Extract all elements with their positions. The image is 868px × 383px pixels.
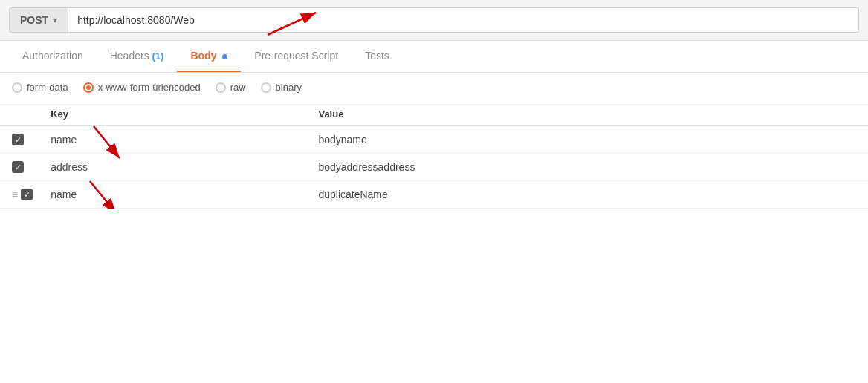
tab-headers[interactable]: Headers (1)	[97, 41, 178, 72]
headers-badge: (1)	[152, 50, 164, 62]
table-header-row: Key Value	[0, 102, 868, 126]
chevron-down-icon: ▾	[53, 16, 57, 25]
body-type-selector: form-data x-www-form-urlencoded raw bina…	[0, 73, 868, 102]
row1-checkbox[interactable]: ✓	[12, 134, 24, 145]
row3-checkbox-cell: ≡ ✓	[0, 181, 42, 209]
radio-circle-raw	[216, 82, 226, 93]
svg-line-5	[90, 181, 116, 209]
row1-key[interactable]: name	[42, 126, 309, 154]
tab-tests[interactable]: Tests	[352, 41, 403, 72]
checkmark-icon: ✓	[24, 191, 30, 199]
radio-urlencoded[interactable]: x-www-form-urlencoded	[83, 82, 201, 93]
row2-checkbox[interactable]: ✓	[12, 161, 24, 173]
row2-value[interactable]: bodyaddressaddress	[309, 154, 868, 181]
method-dropdown[interactable]: POST ▾	[9, 7, 68, 33]
params-table: Key Value ✓ name	[0, 102, 868, 209]
annotation-arrow-row3	[82, 177, 135, 209]
col-key: Key	[42, 102, 309, 126]
url-input[interactable]	[68, 7, 859, 33]
radio-raw[interactable]: raw	[216, 82, 246, 93]
row3-key[interactable]: name	[42, 181, 309, 209]
row2-key[interactable]: address	[42, 154, 309, 181]
top-bar: POST ▾	[0, 0, 868, 41]
row1-checkbox-cell: ✓	[0, 126, 42, 154]
row3-checkbox[interactable]: ✓	[21, 189, 33, 200]
tab-prerequest[interactable]: Pre-request Script	[241, 41, 352, 72]
tabs-bar: Authorization Headers (1) Body Pre-reque…	[0, 41, 868, 73]
row3-value[interactable]: duplicateName	[309, 181, 868, 209]
method-label: POST	[20, 14, 48, 26]
col-checkbox	[0, 102, 42, 126]
tab-body[interactable]: Body	[177, 41, 241, 72]
radio-circle-form-data	[12, 82, 22, 93]
table-row: ≡ ✓ name	[0, 181, 868, 209]
radio-circle-binary	[261, 82, 271, 93]
checkmark-icon: ✓	[15, 136, 22, 144]
radio-circle-urlencoded	[83, 82, 94, 93]
drag-handle-icon[interactable]: ≡	[12, 189, 18, 200]
checkmark-icon: ✓	[15, 163, 22, 171]
row1-value[interactable]: bodyname	[309, 126, 868, 154]
body-dot-indicator	[222, 54, 227, 59]
table-row: ✓ address bodyaddressaddress	[0, 154, 868, 181]
tab-authorization[interactable]: Authorization	[9, 41, 97, 72]
radio-binary[interactable]: binary	[261, 82, 302, 93]
row2-checkbox-cell: ✓	[0, 154, 42, 181]
radio-form-data[interactable]: form-data	[12, 82, 68, 93]
col-value: Value	[309, 102, 868, 126]
table-row: ✓ name	[0, 126, 868, 154]
